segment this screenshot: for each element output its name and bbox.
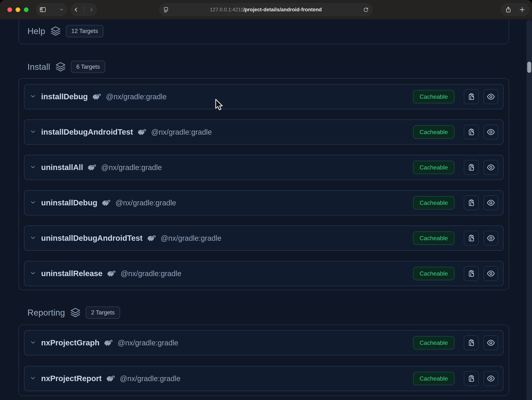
view-target-button[interactable] <box>483 231 498 246</box>
target-name: uninstallDebugAndroidTest <box>41 234 143 243</box>
new-tab-icon[interactable] <box>519 6 525 13</box>
eye-icon <box>487 163 495 172</box>
cacheable-badge: Cacheable <box>413 161 454 174</box>
clipboard-copy-icon <box>467 93 475 101</box>
target-name: installDebugAndroidTest <box>41 128 133 137</box>
chevron-down-icon[interactable] <box>30 270 36 277</box>
target-executor: @nx/gradle:gradle <box>106 93 166 101</box>
target-executor: @nx/gradle:gradle <box>101 163 162 172</box>
forward-button[interactable] <box>89 7 94 12</box>
target-row-uninstallDebug[interactable]: uninstallDebug @nx/gradle:gradle Cacheab… <box>24 190 503 215</box>
view-target-button[interactable] <box>483 160 498 175</box>
sidebar-chevron-down-icon[interactable] <box>59 7 64 12</box>
target-name: uninstallDebug <box>41 198 97 207</box>
url-path: /project-details/android-frontend <box>243 7 322 12</box>
layers-icon <box>55 61 66 72</box>
target-executor: @nx/gradle:gradle <box>120 269 181 278</box>
view-target-button[interactable] <box>483 266 498 281</box>
page-settings-icon[interactable] <box>163 6 169 13</box>
gradle-elephant-icon <box>104 339 114 346</box>
browser-toolbar: 127.0.0.1:4211/project-details/android-f… <box>0 0 532 19</box>
clipboard-copy-icon <box>467 128 475 136</box>
gradle-elephant-icon <box>106 375 116 382</box>
gradle-elephant-icon <box>92 93 102 100</box>
target-executor: @nx/gradle:gradle <box>161 234 221 242</box>
clipboard-copy-icon <box>467 163 475 171</box>
close-window-button[interactable] <box>7 7 12 12</box>
target-row-nxProjectReport[interactable]: nxProjectReport @nx/gradle:gradle Cachea… <box>24 366 503 391</box>
eye-icon <box>487 199 495 207</box>
url-text[interactable]: 127.0.0.1:4211/project-details/android-f… <box>210 7 322 12</box>
chevron-down-icon[interactable] <box>30 128 36 136</box>
gradle-elephant-icon <box>107 270 116 277</box>
copy-target-button[interactable] <box>464 335 479 350</box>
target-count-badge: 6 Targets <box>71 61 105 73</box>
target-name: uninstallAll <box>41 163 83 172</box>
target-executor: @nx/gradle:gradle <box>115 199 176 207</box>
view-target-button[interactable] <box>483 195 498 210</box>
chevron-down-icon[interactable] <box>30 199 36 206</box>
address-bar[interactable]: 127.0.0.1:4211/project-details/android-f… <box>159 3 372 16</box>
zoom-window-button[interactable] <box>24 7 29 12</box>
view-target-button[interactable] <box>483 89 498 104</box>
target-row-installDebugAndroidTest[interactable]: installDebugAndroidTest @nx/gradle:gradl… <box>24 119 503 145</box>
cacheable-badge: Cacheable <box>413 267 454 280</box>
cacheable-badge: Cacheable <box>413 90 454 103</box>
target-row-uninstallDebugAndroidTest[interactable]: uninstallDebugAndroidTest @nx/gradle:gra… <box>24 225 503 251</box>
reporting-group-container: nxProjectGraph @nx/gradle:gradle Cacheab… <box>19 325 509 396</box>
target-executor: @nx/gradle:gradle <box>120 375 180 383</box>
gradle-elephant-icon <box>147 234 157 242</box>
section-title: Reporting <box>27 308 65 318</box>
copy-target-button[interactable] <box>464 160 479 175</box>
target-name: nxProjectReport <box>41 374 102 383</box>
copy-target-button[interactable] <box>464 89 479 104</box>
target-row-uninstallAll[interactable]: uninstallAll @nx/gradle:gradle Cacheable <box>24 155 503 180</box>
eye-icon <box>487 128 495 136</box>
eye-icon <box>487 269 495 278</box>
target-executor: @nx/gradle:gradle <box>118 339 178 347</box>
install-group-container: installDebug @nx/gradle:gradle Cacheable <box>19 78 509 290</box>
copy-target-button[interactable] <box>464 195 479 210</box>
chevron-down-icon[interactable] <box>30 93 36 100</box>
gradle-elephant-icon <box>137 128 147 136</box>
url-host: 127.0.0.1:4211 <box>210 7 243 12</box>
target-row-installDebug[interactable]: installDebug @nx/gradle:gradle Cacheable <box>24 84 503 109</box>
sidebar-toggle-group[interactable] <box>36 3 67 16</box>
chevron-down-icon[interactable] <box>30 234 36 242</box>
copy-target-button[interactable] <box>464 231 479 246</box>
copy-target-button[interactable] <box>464 371 479 386</box>
clipboard-copy-icon <box>467 339 475 347</box>
chevron-down-icon[interactable] <box>30 339 36 346</box>
cacheable-badge: Cacheable <box>413 196 454 209</box>
share-icon[interactable] <box>505 6 512 13</box>
back-button[interactable] <box>73 7 79 12</box>
target-row-uninstallRelease[interactable]: uninstallRelease @nx/gradle:gradle Cache… <box>24 261 503 286</box>
chevron-down-icon[interactable] <box>30 375 36 382</box>
chevron-down-icon[interactable] <box>30 164 36 171</box>
section-title: Install <box>27 62 50 72</box>
clipboard-copy-icon <box>467 269 475 278</box>
eye-icon <box>487 234 495 242</box>
view-target-button[interactable] <box>483 125 498 139</box>
gradle-elephant-icon <box>102 199 111 206</box>
sidebar-toggle-icon[interactable] <box>39 6 46 13</box>
layers-icon <box>50 25 61 37</box>
view-target-button[interactable] <box>483 371 498 386</box>
section-heading-reporting: Reporting 2 Targets <box>27 305 120 320</box>
target-name: uninstallRelease <box>41 269 102 278</box>
nav-divider <box>83 6 84 13</box>
view-target-button[interactable] <box>483 335 498 350</box>
reload-button[interactable] <box>363 7 369 12</box>
copy-target-button[interactable] <box>464 125 479 139</box>
scrollbar-track[interactable] <box>526 20 532 400</box>
clipboard-copy-icon <box>467 199 475 207</box>
eye-icon <box>487 374 495 383</box>
section-title: Help <box>27 26 45 36</box>
scrollbar-thumb[interactable] <box>527 62 531 73</box>
minimize-window-button[interactable] <box>16 7 20 12</box>
cacheable-badge: Cacheable <box>413 372 454 385</box>
cacheable-badge: Cacheable <box>413 125 454 139</box>
copy-target-button[interactable] <box>464 266 479 281</box>
target-row-nxProjectGraph[interactable]: nxProjectGraph @nx/gradle:gradle Cacheab… <box>24 330 503 355</box>
target-name: nxProjectGraph <box>41 338 100 347</box>
